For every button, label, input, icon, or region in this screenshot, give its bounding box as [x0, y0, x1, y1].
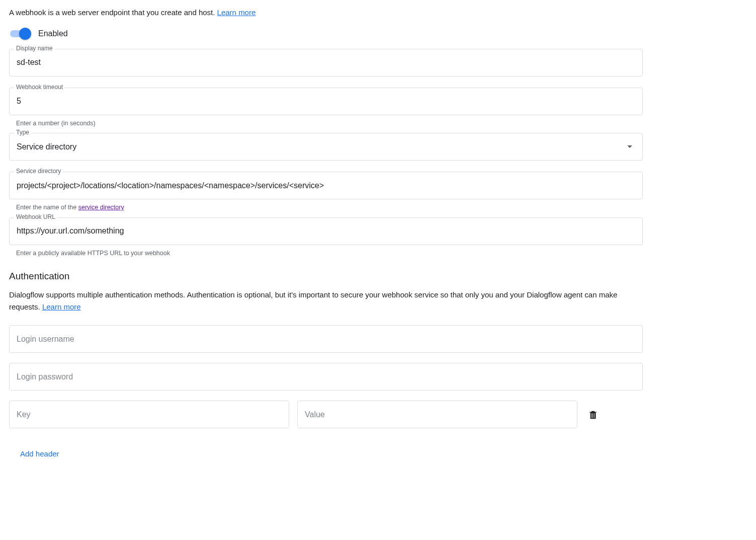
service-directory-link[interactable]: service directory — [78, 204, 124, 211]
webhook-timeout-input[interactable] — [9, 88, 643, 115]
service-directory-input[interactable] — [9, 172, 643, 199]
header-row — [9, 401, 643, 428]
authentication-title: Authentication — [9, 271, 643, 282]
display-name-input[interactable] — [9, 49, 643, 76]
learn-more-link[interactable]: Learn more — [217, 8, 256, 17]
webhook-timeout-help: Enter a number (in seconds) — [16, 119, 643, 128]
webhook-url-label: Webhook URL — [14, 213, 57, 220]
login-password-input[interactable] — [9, 363, 643, 391]
type-value: Service directory — [17, 142, 76, 151]
header-value-input[interactable] — [297, 401, 577, 428]
display-name-label: Display name — [14, 45, 55, 52]
webhook-intro-text: A webhook is a web server endpoint that … — [9, 8, 217, 17]
delete-header-button[interactable] — [585, 407, 601, 422]
webhook-intro: A webhook is a web server endpoint that … — [9, 7, 643, 19]
chevron-down-icon — [627, 145, 632, 148]
login-username-input[interactable] — [9, 325, 643, 353]
type-label: Type — [14, 129, 31, 136]
enabled-label: Enabled — [38, 29, 68, 38]
type-select[interactable]: Service directory — [9, 133, 643, 161]
webhook-timeout-label: Webhook timeout — [14, 84, 65, 91]
trash-icon — [587, 409, 599, 420]
add-header-button[interactable]: Add header — [18, 445, 61, 462]
service-directory-help: Enter the name of the service directory — [16, 203, 643, 212]
authentication-desc: Dialogflow supports multiple authenticat… — [9, 289, 623, 313]
auth-learn-more-link[interactable]: Learn more — [42, 302, 81, 311]
enabled-toggle[interactable] — [9, 28, 31, 40]
header-key-input[interactable] — [9, 401, 289, 428]
webhook-url-help: Enter a publicly available HTTPS URL to … — [16, 249, 643, 258]
webhook-url-input[interactable] — [9, 217, 643, 245]
service-directory-label: Service directory — [14, 168, 63, 175]
